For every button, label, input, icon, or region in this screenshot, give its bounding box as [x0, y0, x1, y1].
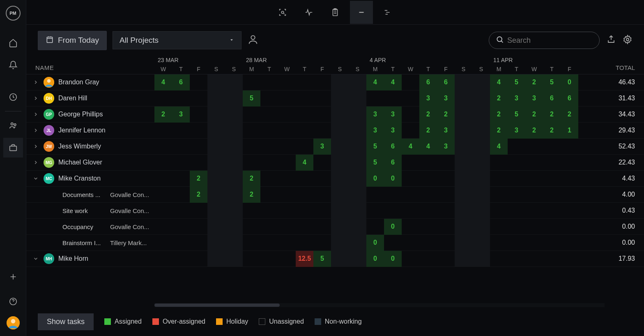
- workload-cell[interactable]: 2: [490, 107, 508, 123]
- workload-cell[interactable]: [260, 107, 278, 123]
- workload-cell[interactable]: [437, 235, 455, 251]
- chevron-right-icon[interactable]: [32, 144, 39, 149]
- clipboard-view-icon[interactable]: [324, 1, 347, 24]
- workload-cell[interactable]: 5: [313, 251, 331, 267]
- workload-cell[interactable]: [455, 251, 472, 267]
- workload-cell[interactable]: [207, 107, 225, 123]
- workload-cell[interactable]: 4: [490, 139, 508, 155]
- workload-cell[interactable]: [296, 139, 313, 155]
- workload-cell[interactable]: [402, 155, 419, 171]
- workload-cell[interactable]: [472, 123, 490, 139]
- workload-cell[interactable]: [225, 171, 243, 187]
- workload-cell[interactable]: [225, 203, 243, 219]
- workload-cell[interactable]: [207, 123, 225, 139]
- workload-cell[interactable]: [296, 123, 313, 139]
- workload-cell[interactable]: [243, 219, 260, 235]
- workload-cell[interactable]: [508, 251, 525, 267]
- workload-cell[interactable]: [455, 123, 472, 139]
- workload-cell[interactable]: [154, 171, 172, 187]
- task-name[interactable]: Brainstorm I...: [62, 239, 108, 246]
- workload-cell[interactable]: [490, 219, 508, 235]
- workload-cell[interactable]: [349, 187, 366, 203]
- workload-cell[interactable]: [172, 251, 190, 267]
- workload-cell[interactable]: [172, 171, 190, 187]
- export-icon[interactable]: [606, 35, 616, 46]
- workload-cell[interactable]: [313, 74, 331, 90]
- workload-cell[interactable]: [278, 187, 296, 203]
- workload-cell[interactable]: [490, 251, 508, 267]
- person-name[interactable]: George Phillips: [58, 111, 103, 118]
- workload-cell[interactable]: 6: [419, 74, 437, 90]
- bell-icon[interactable]: [3, 55, 23, 75]
- workload-cell[interactable]: [313, 90, 331, 107]
- workload-cell[interactable]: 2: [525, 107, 543, 123]
- workload-cell[interactable]: [313, 107, 331, 123]
- workload-cell[interactable]: [419, 155, 437, 171]
- workload-cell[interactable]: [172, 155, 190, 171]
- workload-cell[interactable]: [490, 203, 508, 219]
- workload-cell[interactable]: [455, 219, 472, 235]
- workload-cell[interactable]: [525, 187, 543, 203]
- show-tasks-button[interactable]: Show tasks: [38, 313, 94, 330]
- workload-cell[interactable]: [455, 187, 472, 203]
- workload-cell[interactable]: [207, 235, 225, 251]
- workload-cell[interactable]: [225, 251, 243, 267]
- workload-cell[interactable]: 6: [384, 139, 402, 155]
- workload-cell[interactable]: 12.5: [296, 251, 313, 267]
- workload-cell[interactable]: [243, 139, 260, 155]
- workload-cell[interactable]: [455, 90, 472, 107]
- workload-cell[interactable]: [543, 251, 561, 267]
- person-name[interactable]: Brandon Gray: [58, 79, 99, 86]
- chevron-down-icon[interactable]: [32, 256, 39, 262]
- workload-cell[interactable]: [561, 219, 578, 235]
- workload-cell[interactable]: 0: [561, 74, 578, 90]
- workload-cell[interactable]: [384, 235, 402, 251]
- gantt-view-icon[interactable]: [376, 1, 399, 24]
- briefcase-icon[interactable]: [3, 138, 23, 158]
- workload-cell[interactable]: [349, 251, 366, 267]
- workload-cell[interactable]: [225, 139, 243, 155]
- workload-cell[interactable]: [331, 155, 349, 171]
- workload-cell[interactable]: [207, 251, 225, 267]
- workload-cell[interactable]: [243, 155, 260, 171]
- workload-cell[interactable]: 6: [384, 155, 402, 171]
- workload-cell[interactable]: [225, 107, 243, 123]
- workload-cell[interactable]: [296, 90, 313, 107]
- workload-cell[interactable]: [260, 139, 278, 155]
- workload-cell[interactable]: 3: [508, 123, 525, 139]
- workload-cell[interactable]: [260, 219, 278, 235]
- workload-cell[interactable]: 4: [296, 155, 313, 171]
- workload-cell[interactable]: 3: [313, 139, 331, 155]
- workload-cell[interactable]: [472, 171, 490, 187]
- workload-cell[interactable]: 3: [384, 107, 402, 123]
- chevron-right-icon[interactable]: [32, 95, 39, 101]
- workload-cell[interactable]: [278, 203, 296, 219]
- workload-cell[interactable]: [349, 90, 366, 107]
- workload-cell[interactable]: [561, 187, 578, 203]
- workload-cell[interactable]: [455, 155, 472, 171]
- workload-cell[interactable]: [225, 90, 243, 107]
- workload-cell[interactable]: 3: [437, 90, 455, 107]
- workload-cell[interactable]: [207, 219, 225, 235]
- workload-cell[interactable]: 0: [384, 251, 402, 267]
- workload-cell[interactable]: [525, 203, 543, 219]
- workload-cell[interactable]: [561, 235, 578, 251]
- workload-cell[interactable]: 5: [243, 90, 260, 107]
- home-icon[interactable]: [3, 33, 23, 53]
- workload-cell[interactable]: [154, 139, 172, 155]
- workload-cell[interactable]: [296, 171, 313, 187]
- workload-cell[interactable]: [331, 123, 349, 139]
- workload-cell[interactable]: [207, 74, 225, 90]
- workload-cell[interactable]: [437, 155, 455, 171]
- workload-cell[interactable]: [260, 235, 278, 251]
- workload-cell[interactable]: [172, 90, 190, 107]
- workload-cell[interactable]: 4: [154, 74, 172, 90]
- workload-cell[interactable]: [402, 187, 419, 203]
- workload-cell[interactable]: [508, 203, 525, 219]
- workload-cell[interactable]: [260, 123, 278, 139]
- workload-cell[interactable]: 3: [384, 123, 402, 139]
- workload-cell[interactable]: 2: [437, 107, 455, 123]
- workload-cell[interactable]: [278, 90, 296, 107]
- workload-cell[interactable]: [331, 139, 349, 155]
- workload-cell[interactable]: 4: [419, 139, 437, 155]
